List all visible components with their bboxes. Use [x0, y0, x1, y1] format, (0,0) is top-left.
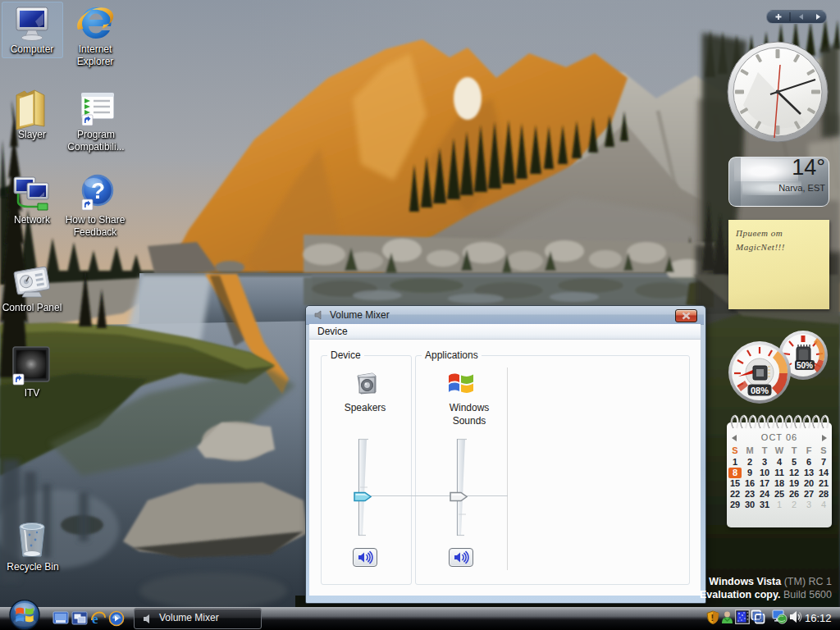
svg-text:50%: 50% [797, 361, 813, 370]
svg-text:!: ! [711, 613, 714, 623]
svg-text:08%: 08% [751, 386, 769, 395]
svg-text:?: ? [91, 178, 105, 203]
